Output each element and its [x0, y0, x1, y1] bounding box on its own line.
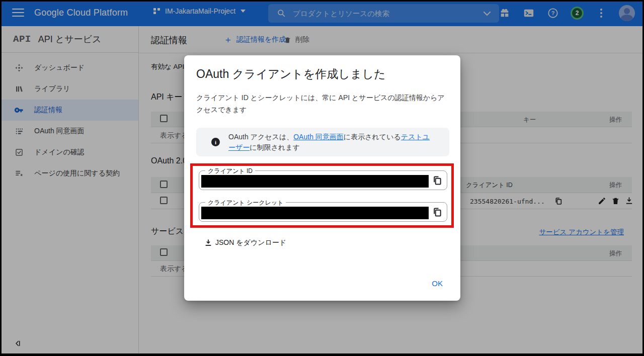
info-banner-text: OAuth アクセスは、OAuth 同意画面に表示されているテストユーザーに制限…: [228, 132, 434, 153]
oauth-consent-screen-link[interactable]: OAuth 同意画面: [293, 133, 344, 141]
info-icon: i: [211, 138, 220, 146]
info-text-prefix: OAuth アクセスは、: [228, 133, 293, 141]
info-banner: i OAuth アクセスは、OAuth 同意画面に表示されているテストユーザーに…: [196, 128, 449, 156]
download-icon: [204, 239, 212, 247]
info-text-middle: に表示されている: [344, 133, 401, 141]
dialog-body-text: クライアント ID とシークレットには、常に API とサービスの認証情報からア…: [196, 92, 451, 116]
info-text-suffix: に制限されます: [250, 143, 300, 151]
download-json-label: JSON をダウンロード: [215, 238, 286, 247]
ok-button[interactable]: OK: [429, 277, 446, 290]
download-json-button[interactable]: JSON をダウンロード: [204, 238, 286, 247]
annotation-highlight-box: [190, 163, 454, 228]
gcp-console-screen: Google Cloud Platform IM-JakartaMail-Pro…: [0, 0, 644, 356]
dialog-title: OAuth クライアントを作成しました: [196, 66, 386, 82]
